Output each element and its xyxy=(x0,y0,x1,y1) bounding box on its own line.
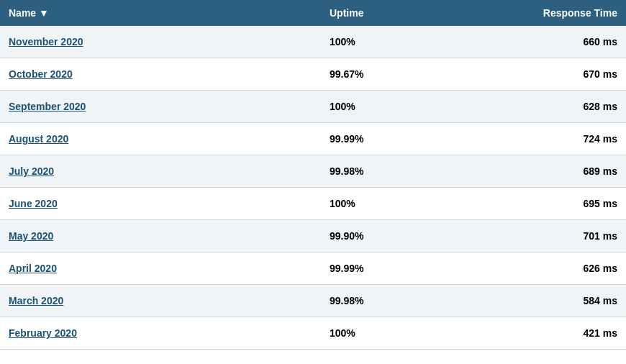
row-name-cell: October 2020 xyxy=(9,68,330,80)
row-name-link[interactable]: July 2020 xyxy=(9,165,54,177)
row-response-cell: 695 ms xyxy=(473,198,617,209)
table-row: July 202099.98%689 ms xyxy=(0,155,626,188)
table-body: November 2020100%660 msOctober 202099.67… xyxy=(0,26,626,350)
row-name-link[interactable]: June 2020 xyxy=(9,198,58,209)
row-name-link[interactable]: November 2020 xyxy=(9,36,83,47)
row-name-link[interactable]: March 2020 xyxy=(9,295,63,306)
row-uptime-cell: 99.99% xyxy=(330,263,473,274)
table-row: March 202099.98%584 ms xyxy=(0,285,626,317)
row-response-cell: 584 ms xyxy=(473,295,617,306)
row-uptime-cell: 99.98% xyxy=(330,295,473,306)
row-uptime-cell: 100% xyxy=(330,327,473,339)
row-uptime-cell: 100% xyxy=(330,36,473,47)
row-response-cell: 701 ms xyxy=(473,230,617,242)
row-response-cell: 689 ms xyxy=(473,165,617,177)
row-name-cell: March 2020 xyxy=(9,295,330,306)
row-uptime-cell: 99.98% xyxy=(330,165,473,177)
row-name-cell: November 2020 xyxy=(9,36,330,47)
table-row: November 2020100%660 ms xyxy=(0,26,626,58)
row-name-link[interactable]: May 2020 xyxy=(9,230,53,242)
row-name-cell: May 2020 xyxy=(9,230,330,242)
row-name-cell: February 2020 xyxy=(9,327,330,339)
row-uptime-cell: 99.90% xyxy=(330,230,473,242)
header-name[interactable]: Name ▼ xyxy=(9,7,330,19)
table-header: Name ▼ Uptime Response Time xyxy=(0,0,626,26)
table-row: October 202099.67%670 ms xyxy=(0,58,626,91)
row-name-link[interactable]: April 2020 xyxy=(9,263,57,274)
row-uptime-cell: 99.67% xyxy=(330,68,473,80)
row-name-link[interactable]: September 2020 xyxy=(9,101,86,112)
header-uptime: Uptime xyxy=(330,7,473,19)
row-response-cell: 660 ms xyxy=(473,36,617,47)
row-name-link[interactable]: February 2020 xyxy=(9,327,77,339)
row-response-cell: 724 ms xyxy=(473,133,617,145)
row-name-cell: September 2020 xyxy=(9,101,330,112)
table-row: August 202099.99%724 ms xyxy=(0,123,626,155)
table-row: April 202099.99%626 ms xyxy=(0,252,626,285)
row-name-cell: June 2020 xyxy=(9,198,330,209)
row-uptime-cell: 99.99% xyxy=(330,133,473,145)
table-row: May 202099.90%701 ms xyxy=(0,220,626,252)
row-response-cell: 628 ms xyxy=(473,101,617,112)
row-response-cell: 626 ms xyxy=(473,263,617,274)
row-response-cell: 421 ms xyxy=(473,327,617,339)
row-name-cell: April 2020 xyxy=(9,263,330,274)
uptime-table: Name ▼ Uptime Response Time November 202… xyxy=(0,0,626,350)
table-row: February 2020100%421 ms xyxy=(0,317,626,350)
row-name-cell: July 2020 xyxy=(9,165,330,177)
header-response: Response Time xyxy=(473,7,617,19)
table-row: September 2020100%628 ms xyxy=(0,91,626,123)
row-response-cell: 670 ms xyxy=(473,68,617,80)
row-name-link[interactable]: October 2020 xyxy=(9,68,73,80)
row-uptime-cell: 100% xyxy=(330,101,473,112)
table-row: June 2020100%695 ms xyxy=(0,188,626,220)
row-name-link[interactable]: August 2020 xyxy=(9,133,68,145)
row-uptime-cell: 100% xyxy=(330,198,473,209)
row-name-cell: August 2020 xyxy=(9,133,330,145)
